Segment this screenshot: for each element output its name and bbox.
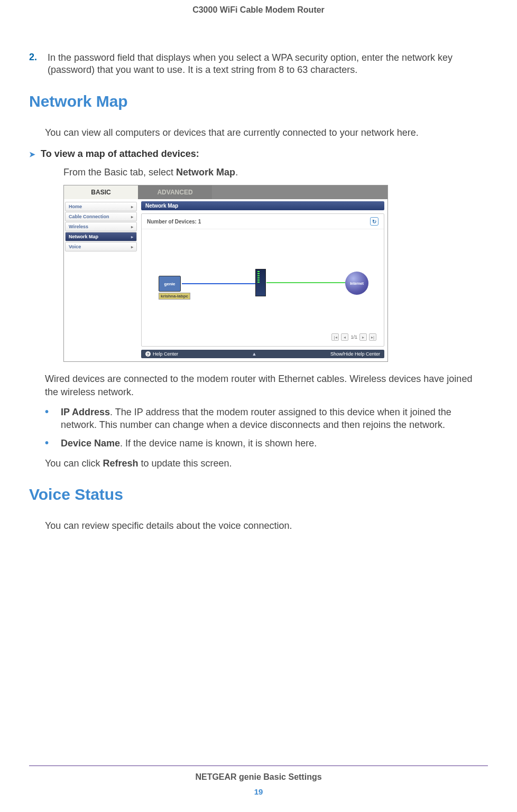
- help-icon: ?: [145, 351, 151, 357]
- text-run: to update this screen.: [138, 458, 232, 469]
- pager: |◂ ◂ 1/1 ▸ ▸|: [331, 333, 376, 341]
- panel-title: Network Map: [141, 201, 384, 210]
- voice-status-intro: You can review specific details about th…: [45, 519, 488, 532]
- network-map-panel: Number of Devices: 1 ↻ genie krishna-lab…: [141, 213, 384, 347]
- embedded-screenshot: BASIC ADVANCED Home ▸ Cable Connection ▸…: [63, 185, 388, 362]
- text-run-bold: Network Map: [176, 167, 235, 178]
- heading-voice-status: Voice Status: [29, 486, 488, 503]
- sidebar-item-label: Voice: [69, 244, 81, 249]
- help-expand-icon[interactable]: ▲: [252, 351, 257, 357]
- bullet-label: IP Address: [61, 407, 110, 417]
- router-icon: [255, 269, 266, 296]
- wire-lan: [182, 283, 256, 284]
- text-run-bold: Refresh: [103, 458, 138, 469]
- sidebar-item-label: Wireless: [69, 224, 88, 229]
- footer-divider: [29, 766, 488, 766]
- text-run: From the Basic tab, select: [63, 167, 176, 178]
- globe-icon: Internet: [345, 272, 368, 295]
- sidebar-item-network-map[interactable]: Network Map ▸: [65, 232, 137, 241]
- device-name-label: krishna-labpc: [159, 293, 190, 300]
- sidebar-item-wireless[interactable]: Wireless ▸: [65, 222, 137, 231]
- tab-basic[interactable]: BASIC: [64, 185, 138, 199]
- bullet-dot-icon: •: [45, 437, 61, 450]
- pager-label: 1/1: [350, 334, 357, 340]
- sidebar-item-home[interactable]: Home ▸: [65, 202, 137, 211]
- bullet-dot-icon: •: [45, 406, 61, 432]
- pager-last-button[interactable]: ▸|: [369, 333, 376, 341]
- refresh-text: You can click Refresh to update this scr…: [45, 457, 488, 470]
- pager-prev-button[interactable]: ◂: [341, 333, 348, 341]
- device-count-label: Number of Devices: 1: [147, 219, 201, 225]
- step-text: In the password field that displays when…: [48, 52, 488, 77]
- device-router[interactable]: [255, 269, 266, 296]
- step-number: 2.: [29, 52, 48, 77]
- text-run: .: [235, 167, 238, 178]
- sidebar-item-label: Cable Connection: [69, 214, 109, 219]
- sidebar-item-cable-connection[interactable]: Cable Connection ▸: [65, 212, 137, 221]
- ss-main: Network Map Number of Devices: 1 ↻ genie…: [138, 199, 387, 361]
- pager-first-button[interactable]: |◂: [331, 333, 339, 341]
- tab-advanced[interactable]: ADVANCED: [138, 185, 212, 199]
- ss-tab-bar: BASIC ADVANCED: [64, 185, 387, 199]
- network-diagram: genie krishna-labpc Internet: [142, 229, 384, 324]
- network-map-after-text: Wired devices are connected to the modem…: [45, 372, 488, 398]
- procedure-arrow-icon: ➤: [29, 150, 35, 158]
- wire-wan: [266, 282, 346, 283]
- caret-right-icon: ▸: [131, 225, 133, 229]
- bullet-text: . The IP address that the modem router a…: [61, 407, 451, 430]
- step-2: 2. In the password field that displays w…: [29, 52, 488, 77]
- running-header: C3000 WiFi Cable Modem Router: [29, 5, 488, 15]
- caret-right-icon: ▸: [131, 245, 133, 249]
- pc-screen-icon: genie: [159, 276, 181, 292]
- bullet-label: Device Name: [61, 438, 120, 449]
- bullet-device-name: • Device Name. If the device name is kno…: [45, 437, 488, 450]
- pager-next-button[interactable]: ▸: [359, 333, 367, 341]
- heading-network-map: Network Map: [29, 92, 488, 110]
- procedure-heading-text: To view a map of attached devices:: [41, 148, 199, 160]
- footer-title: NETGEAR genie Basic Settings: [0, 772, 517, 782]
- page-footer: NETGEAR genie Basic Settings 19: [0, 766, 517, 796]
- help-center-label[interactable]: Help Center: [153, 351, 178, 357]
- refresh-button[interactable]: ↻: [370, 217, 378, 226]
- device-pc[interactable]: genie krishna-labpc: [159, 276, 190, 300]
- bullet-text: . If the device name is known, it is sho…: [120, 438, 317, 449]
- bullet-ip-address: • IP Address. The IP address that the mo…: [45, 406, 488, 432]
- network-map-intro: You can view all computers or devices th…: [45, 126, 488, 139]
- sidebar-item-voice[interactable]: Voice ▸: [65, 242, 137, 251]
- text-run: You can click: [45, 458, 103, 469]
- device-internet[interactable]: Internet: [345, 272, 368, 295]
- footer-page-number: 19: [0, 787, 517, 796]
- caret-right-icon: ▸: [131, 235, 133, 239]
- help-bar: ? Help Center ▲ Show/Hide Help Center: [141, 350, 384, 358]
- sidebar-item-label: Home: [69, 204, 82, 209]
- caret-right-icon: ▸: [131, 204, 133, 209]
- procedure-heading: ➤ To view a map of attached devices:: [29, 148, 488, 160]
- ss-sidebar: Home ▸ Cable Connection ▸ Wireless ▸ Net…: [64, 199, 138, 361]
- caret-right-icon: ▸: [131, 214, 133, 219]
- help-toggle-label[interactable]: Show/Hide Help Center: [330, 351, 380, 357]
- sidebar-item-label: Network Map: [69, 234, 98, 239]
- procedure-step-text: From the Basic tab, select Network Map.: [63, 166, 488, 179]
